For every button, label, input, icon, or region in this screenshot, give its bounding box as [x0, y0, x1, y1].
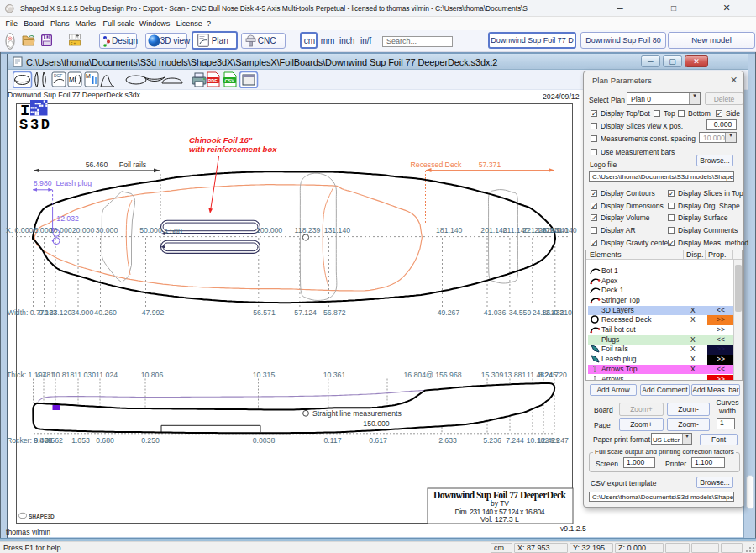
svg-text:8.980: 8.980 — [34, 179, 52, 187]
svg-text:12.032: 12.032 — [56, 214, 79, 223]
svg-text:41.036: 41.036 — [484, 308, 507, 317]
svg-text:S3D: S3D — [19, 117, 50, 133]
svg-text:16.804@ 156.968: 16.804@ 156.968 — [403, 371, 461, 379]
svg-text:34.900: 34.900 — [71, 308, 94, 317]
svg-text:11.024: 11.024 — [96, 371, 118, 379]
svg-text:0.680: 0.680 — [96, 436, 114, 445]
svg-text:131.140: 131.140 — [324, 226, 351, 234]
svg-text:20.000: 20.000 — [72, 226, 95, 234]
svg-text:57.124: 57.124 — [294, 308, 317, 317]
svg-text:SHAPE3D: SHAPE3D — [29, 514, 55, 519]
svg-text:9.247: 9.247 — [550, 436, 569, 445]
svg-text:0.0038: 0.0038 — [253, 436, 276, 445]
svg-text:118.239: 118.239 — [295, 226, 321, 234]
svg-text:0.617: 0.617 — [369, 436, 387, 445]
svg-text:10.818: 10.818 — [52, 371, 75, 379]
svg-text:181.140: 181.140 — [436, 226, 463, 234]
svg-text:231.140: 231.140 — [550, 226, 577, 234]
svg-text:Chinook Foil 16": Chinook Foil 16" — [189, 135, 253, 145]
svg-text:30.000: 30.000 — [96, 226, 118, 234]
svg-text:56.571: 56.571 — [253, 308, 276, 317]
svg-text:10.000: 10.000 — [50, 226, 72, 234]
svg-text:0.250: 0.250 — [141, 436, 160, 445]
svg-text:Recessed Deck: Recessed Deck — [411, 161, 462, 169]
svg-text:Foil rails: Foil rails — [119, 161, 147, 169]
svg-text:2.633: 2.633 — [438, 436, 457, 445]
svg-text:57.371: 57.371 — [479, 161, 501, 169]
svg-text:3.562: 3.562 — [45, 436, 63, 445]
svg-text:11.030: 11.030 — [74, 371, 96, 379]
svg-text:10.361: 10.361 — [323, 371, 346, 379]
svg-text:23.120: 23.120 — [50, 308, 72, 317]
svg-text:4.500: 4.500 — [164, 227, 182, 235]
svg-text:56.872: 56.872 — [323, 308, 346, 317]
svg-text:X: 0.000: X: 0.000 — [6, 226, 34, 234]
svg-text:0.117: 0.117 — [323, 436, 341, 445]
svg-text:1.053: 1.053 — [71, 436, 90, 445]
svg-text:50.000: 50.000 — [139, 226, 162, 234]
svg-text:Leash plug: Leash plug — [56, 179, 92, 187]
svg-text:v9.1.2.5: v9.1.2.5 — [560, 524, 586, 533]
svg-text:10.315: 10.315 — [253, 371, 276, 379]
svg-text:56.460: 56.460 — [86, 161, 108, 169]
svg-text:Straight line measurements: Straight line measurements — [312, 409, 402, 418]
svg-text:150.000: 150.000 — [363, 419, 390, 428]
svg-text:34.559: 34.559 — [509, 308, 532, 317]
svg-text:Vol. 127.3 L: Vol. 127.3 L — [480, 515, 519, 524]
svg-text:Downwind Sup Foil 77 DeeperDec: Downwind Sup Foil 77 DeeperDeck.s3dx — [8, 91, 141, 99]
svg-text:49.267: 49.267 — [438, 308, 460, 317]
svg-text:2024/09/12: 2024/09/12 — [543, 92, 580, 101]
svg-text:by TV: by TV — [491, 499, 509, 508]
svg-text:100.000: 100.000 — [256, 226, 283, 234]
svg-text:10.806: 10.806 — [141, 371, 164, 379]
svg-text:4.720: 4.720 — [549, 371, 567, 379]
svg-text:thomas vilmin: thomas vilmin — [6, 528, 50, 536]
svg-text:15.309: 15.309 — [481, 371, 504, 379]
svg-text:7.244: 7.244 — [506, 436, 524, 445]
svg-text:5.236: 5.236 — [483, 436, 501, 445]
svg-text:40.260: 40.260 — [94, 308, 117, 317]
svg-text:with reinforcement box: with reinforcement box — [189, 145, 277, 154]
svg-text:0.310: 0.310 — [554, 308, 572, 317]
svg-text:13.881: 13.881 — [504, 371, 527, 379]
svg-text:47.992: 47.992 — [142, 308, 165, 317]
